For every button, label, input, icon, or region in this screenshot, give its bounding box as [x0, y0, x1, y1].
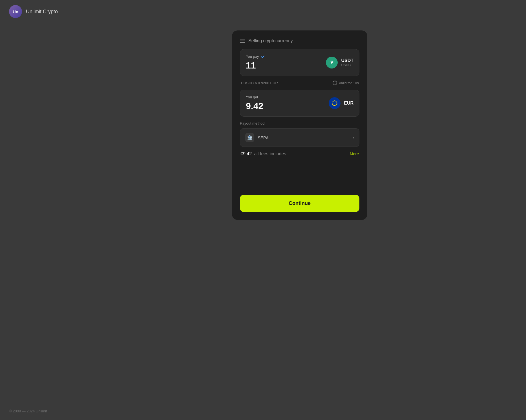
- footer: © 2009 — 2024 Unlimit: [9, 409, 47, 413]
- currency-info: USDT USDC: [341, 58, 353, 67]
- eur-currency-name: EUR: [344, 101, 353, 106]
- widget-wrapper: Selling cryptocurrency You pay 11 ₮ USDT: [232, 30, 367, 220]
- pay-currency: ₮ USDT USDC: [326, 57, 353, 68]
- widget-card: Selling cryptocurrency You pay 11 ₮ USDT: [232, 30, 367, 220]
- exchange-rate-row: 1 USDC ≈ 0.9206 EUR Valid for 10s: [240, 81, 359, 85]
- pay-left: You pay 11: [246, 54, 265, 71]
- payout-left: 🏦 SEPA: [245, 133, 269, 142]
- widget-title: Selling cryptocurrency: [248, 38, 293, 43]
- valid-text: Valid for 10s: [339, 81, 359, 85]
- bank-icon: 🏦: [245, 133, 254, 142]
- app-title: Unlimit Crypto: [26, 9, 58, 15]
- usdt-icon: ₮: [326, 57, 338, 68]
- menu-icon[interactable]: [240, 39, 245, 43]
- pay-amount: 11: [246, 60, 265, 71]
- eur-flag-icon: [329, 97, 341, 109]
- summary-amount: €9.42: [240, 151, 252, 156]
- rate-text: 1 USDC ≈ 0.9206 EUR: [240, 81, 278, 85]
- currency-sub: USDC: [341, 63, 351, 67]
- you-pay-section[interactable]: You pay 11 ₮ USDT USDC: [240, 49, 359, 76]
- more-button[interactable]: More: [350, 152, 359, 156]
- get-left: You get 9.42: [246, 95, 263, 111]
- payout-label: Payout method: [240, 121, 359, 125]
- summary-fees: all fees includes: [254, 151, 286, 156]
- continue-button[interactable]: Continue: [240, 195, 359, 212]
- valid-row: Valid for 10s: [333, 81, 359, 85]
- summary-text: €9.42 all fees includes: [240, 151, 286, 156]
- top-nav: Un Unlimit Crypto: [0, 0, 526, 23]
- payout-section: Payout method 🏦 SEPA ›: [240, 121, 359, 147]
- payout-row[interactable]: 🏦 SEPA ›: [240, 128, 359, 147]
- get-label: You get: [246, 95, 263, 99]
- app-logo: Un: [9, 5, 22, 18]
- widget-header: Selling cryptocurrency: [240, 38, 359, 45]
- check-icon: [261, 55, 265, 59]
- chevron-right-icon: ›: [353, 135, 354, 140]
- get-currency: EUR: [329, 97, 353, 109]
- copyright-text: © 2009 — 2024 Unlimit: [9, 409, 47, 413]
- currency-name: USDT: [341, 58, 353, 63]
- spinner-icon: [333, 81, 337, 85]
- you-get-section[interactable]: You get 9.42: [240, 90, 359, 117]
- payout-name: SEPA: [258, 135, 269, 140]
- get-amount: 9.42: [246, 101, 263, 111]
- summary-row: €9.42 all fees includes More: [240, 151, 359, 156]
- pay-label: You pay: [246, 54, 265, 59]
